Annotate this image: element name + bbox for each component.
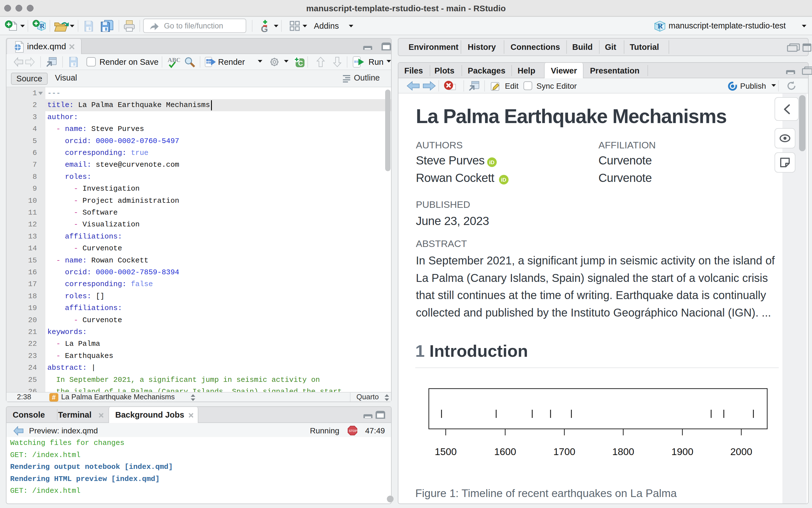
svg-text:STOP: STOP	[349, 429, 357, 432]
svg-text:1700: 1700	[553, 446, 575, 457]
svg-text:R: R	[658, 22, 663, 30]
svg-text:1600: 1600	[494, 446, 516, 457]
svg-text:1800: 1800	[612, 446, 634, 457]
svg-text:1900: 1900	[672, 446, 693, 457]
svg-text:ABC: ABC	[168, 56, 180, 64]
svg-text:iD: iD	[501, 177, 506, 183]
svg-text:R: R	[40, 22, 45, 30]
svg-text:1500: 1500	[435, 446, 457, 457]
svg-text:iD: iD	[489, 159, 494, 165]
svg-text:2000: 2000	[730, 446, 752, 457]
